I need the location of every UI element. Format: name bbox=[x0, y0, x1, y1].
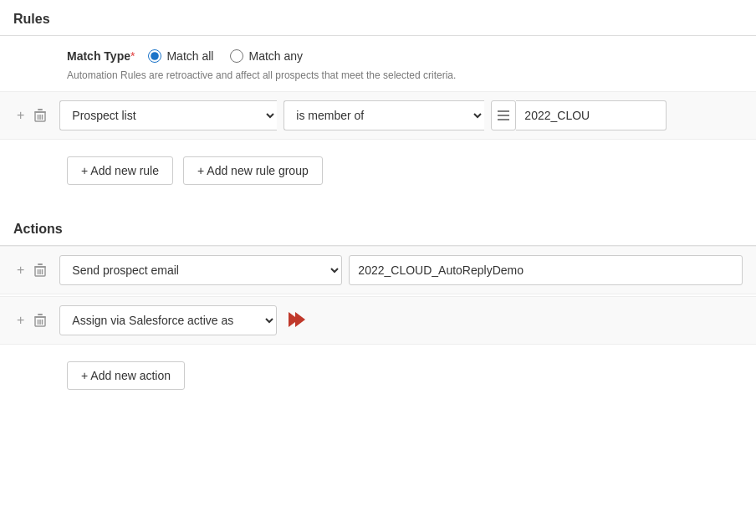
action-value-input-1[interactable] bbox=[349, 255, 743, 285]
svg-rect-16 bbox=[38, 314, 43, 315]
add-rule-buttons-row: + Add new rule + Add new rule group bbox=[0, 140, 756, 202]
match-any-label: Match any bbox=[248, 49, 303, 63]
operator-select[interactable]: is member of is not member of bbox=[284, 100, 484, 130]
rule-value-display: 2022_CLOU bbox=[516, 100, 667, 130]
operator-group: is member of is not member of bbox=[284, 100, 484, 130]
match-any-option[interactable]: Match any bbox=[230, 49, 303, 63]
hint-text: Automation Rules are retroactive and aff… bbox=[0, 68, 756, 91]
salesforce-arrow-icon bbox=[287, 308, 310, 334]
add-rule-inline-button[interactable]: + bbox=[13, 106, 28, 125]
add-action-inline-button-1[interactable]: + bbox=[13, 261, 28, 279]
delete-rule-button[interactable] bbox=[31, 107, 49, 124]
action-select-1[interactable]: Send prospect email Assign to user Assig… bbox=[59, 255, 342, 285]
radio-group: Match all Match any bbox=[148, 49, 303, 63]
action-1-controls: + bbox=[13, 261, 49, 279]
action-row-1: + Send prospect email Assign to user Ass… bbox=[0, 246, 756, 294]
add-action-inline-button-2[interactable]: + bbox=[13, 311, 28, 330]
match-all-label: Match all bbox=[166, 49, 213, 63]
svg-rect-1 bbox=[38, 109, 43, 110]
add-new-rule-group-button[interactable]: + Add new rule group bbox=[183, 156, 323, 185]
match-type-label: Match Type* bbox=[67, 49, 135, 63]
rule-row-1: + Prospect list Prospect email Prospect … bbox=[0, 91, 756, 140]
match-any-radio[interactable] bbox=[230, 49, 243, 63]
action-2-controls: + bbox=[13, 311, 49, 330]
rules-title: Rules bbox=[0, 0, 756, 36]
delete-action-button-1[interactable] bbox=[31, 262, 49, 279]
list-select-button[interactable] bbox=[491, 100, 516, 130]
add-action-row: + Add new action bbox=[0, 345, 756, 407]
value-group: 2022_CLOU bbox=[491, 100, 667, 130]
rules-section: Rules Match Type* Match all Match any Au… bbox=[0, 0, 756, 202]
actions-title: Actions bbox=[0, 210, 756, 246]
required-star: * bbox=[130, 49, 135, 63]
condition-select[interactable]: Prospect list Prospect email Prospect sc… bbox=[59, 100, 277, 130]
actions-section: Actions + Send prospect email Assign to … bbox=[0, 210, 756, 407]
add-new-action-button[interactable]: + Add new action bbox=[67, 361, 185, 390]
rule-controls: + bbox=[13, 106, 49, 125]
action-select-2[interactable]: Send prospect email Assign to user Assig… bbox=[59, 305, 277, 335]
action-row-2: + Send prospect email Assign to user Ass… bbox=[0, 296, 756, 345]
delete-action-button-2[interactable] bbox=[31, 312, 49, 329]
add-new-rule-button[interactable]: + Add new rule bbox=[67, 156, 173, 185]
svg-rect-10 bbox=[38, 263, 43, 265]
condition-group: Prospect list Prospect email Prospect sc… bbox=[59, 100, 277, 130]
match-all-radio[interactable] bbox=[148, 49, 161, 63]
match-all-option[interactable]: Match all bbox=[148, 49, 213, 63]
match-type-row: Match Type* Match all Match any bbox=[0, 36, 756, 68]
